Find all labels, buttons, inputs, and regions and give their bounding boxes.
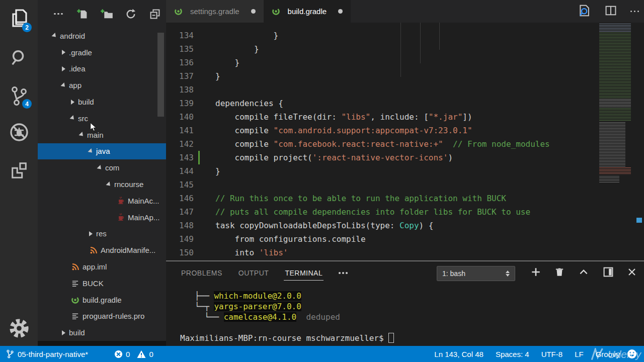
code-line-140[interactable]: 140 compile fileTree(dir: "libs", includ… <box>166 110 596 124</box>
twisty-expanded-icon[interactable] <box>69 115 75 121</box>
code-line-135[interactable]: 135 } <box>166 42 596 56</box>
code-line-137[interactable]: 137} <box>166 69 596 83</box>
tree-item-proguard-rules-pro[interactable]: proguard-rules.pro <box>38 308 166 325</box>
code-line-141[interactable]: 141 compile "com.android.support:appcomp… <box>166 124 596 137</box>
code-line-144[interactable]: 144} <box>166 164 596 178</box>
twisty-expanded-icon[interactable] <box>60 82 66 88</box>
settings-button[interactable] <box>0 311 38 346</box>
tree-item-androidmanife[interactable]: AndroidManife... <box>38 242 166 258</box>
panel-tab-output[interactable]: OUTPUT <box>237 266 270 280</box>
extensions-activity-button[interactable] <box>0 152 38 188</box>
tree-item-build-gradle[interactable]: build.gradle <box>38 292 166 308</box>
open-changes-icon[interactable] <box>577 4 591 20</box>
split-panel-icon[interactable] <box>602 266 614 280</box>
tree-item-buck[interactable]: BUCK <box>38 275 166 292</box>
modified-dot-icon[interactable] <box>251 9 256 14</box>
new-terminal-icon[interactable] <box>530 266 541 280</box>
code-token: into <box>215 248 259 257</box>
code-line-146[interactable]: 146// Run this once to be able to run th… <box>166 192 596 205</box>
status-ln-143-col-48[interactable]: Ln 143, Col 48 <box>434 350 484 358</box>
terminal-shell-select[interactable]: 1: bash <box>437 266 515 281</box>
code-text: } <box>215 42 259 56</box>
close-panel-icon[interactable] <box>627 267 637 279</box>
bottom-panel: PROBLEMSOUTPUTTERMINAL 1: bash <box>166 260 644 346</box>
code-token: "com.android.support:appcompat-v7:23.0.1… <box>274 126 472 135</box>
tree-item-gradle[interactable]: .gradle <box>38 44 166 61</box>
tree-item-android[interactable]: android <box>38 28 166 44</box>
tree-item-build[interactable]: build <box>38 324 166 341</box>
more-actions-icon[interactable] <box>52 8 65 21</box>
twisty-collapsed-icon[interactable] <box>62 66 65 71</box>
code-line-148[interactable]: 148task copyDownloadableDepsToLibs(type:… <box>166 219 596 232</box>
branch-name: 05-third-party-native* <box>18 350 88 358</box>
new-file-icon[interactable] <box>76 8 89 21</box>
code-editor[interactable]: 134 }135 }136 }137}138139dependencies {1… <box>166 23 644 260</box>
code-line-139[interactable]: 139dependencies { <box>166 97 596 110</box>
code-token: task copyDownloadableDepsToLibs(type: <box>215 221 399 230</box>
code-token: } <box>215 166 220 176</box>
status-lf[interactable]: LF <box>575 350 584 358</box>
tree-item-res[interactable]: res <box>38 226 166 242</box>
panel-more-actions-icon[interactable] <box>337 266 350 280</box>
explorer-activity-button[interactable]: 2 <box>0 1 38 36</box>
twisty-collapsed-icon[interactable] <box>62 330 65 335</box>
terminal-output[interactable]: ├── which-module@2.0.0 └─┬ yargs-parser@… <box>180 291 394 343</box>
code-line-142[interactable]: 142 compile "com.facebook.react:react-na… <box>166 137 596 151</box>
tree-item-app[interactable]: app <box>38 77 166 94</box>
search-activity-button[interactable] <box>0 40 38 75</box>
twisty-expanded-icon[interactable] <box>51 33 57 39</box>
code-line-145[interactable]: 145 <box>166 178 596 192</box>
twisty-expanded-icon[interactable] <box>78 132 85 138</box>
twisty-collapsed-icon[interactable] <box>62 50 65 55</box>
panel-tab-problems[interactable]: PROBLEMS <box>180 266 223 280</box>
editor-more-actions-icon[interactable] <box>630 11 639 13</box>
twisty-collapsed-icon[interactable] <box>71 100 74 105</box>
collapse-all-icon[interactable] <box>148 8 162 21</box>
code-line-138[interactable]: 138 <box>166 83 596 97</box>
twisty-expanded-icon[interactable] <box>88 148 94 154</box>
maximize-panel-icon[interactable] <box>578 266 590 280</box>
code-line-149[interactable]: 149 from configurations.compile <box>166 232 596 246</box>
status-utf-8[interactable]: UTF-8 <box>541 350 563 358</box>
code-line-134[interactable]: 134 } <box>166 29 596 42</box>
code-line-136[interactable]: 136 } <box>166 56 596 69</box>
tree-item-java[interactable]: java <box>38 143 166 160</box>
code-line-143[interactable]: 143 compile project(':react-native-vecto… <box>166 151 596 164</box>
code-line-150[interactable]: 150 into 'libs' <box>166 246 596 259</box>
modified-dot-icon[interactable] <box>338 9 343 14</box>
git-branch-status[interactable]: 05-third-party-native* <box>6 349 88 359</box>
code-token: "libs" <box>341 112 370 122</box>
code-text: } <box>215 56 239 69</box>
twisty-expanded-icon[interactable] <box>97 165 103 171</box>
tree-item-mainac[interactable]: MainAc... <box>38 193 166 209</box>
tab-settings-gradle[interactable]: settings.gradle <box>166 0 264 23</box>
tab-build-gradle[interactable]: build.gradle <box>264 0 351 23</box>
status-groovy[interactable]: Groovy <box>596 350 620 358</box>
split-editor-icon[interactable] <box>604 4 617 19</box>
source-control-activity-button[interactable]: 4 <box>0 78 38 114</box>
debug-activity-button[interactable] <box>0 115 38 150</box>
new-folder-icon[interactable] <box>100 8 113 21</box>
code-line-147[interactable]: 147// puts all compile dependencies into… <box>166 205 596 219</box>
minimap[interactable] <box>596 23 635 260</box>
tree-item-com[interactable]: com <box>38 159 166 176</box>
twisty-collapsed-icon[interactable] <box>89 231 93 236</box>
tree-item-app-iml[interactable]: app.iml <box>38 258 166 275</box>
tree-item-rncourse[interactable]: rncourse <box>38 176 166 193</box>
gutter-spacer <box>198 42 200 56</box>
tree-item-idea[interactable]: .idea <box>38 61 166 77</box>
twisty-expanded-icon[interactable] <box>106 182 112 188</box>
status-spaces-4[interactable]: Spaces: 4 <box>496 350 529 358</box>
feedback-smiley-icon[interactable] <box>627 349 637 359</box>
tree-item-build[interactable]: build <box>38 94 166 110</box>
tree-item-src[interactable]: src <box>38 110 166 127</box>
kill-terminal-icon[interactable] <box>554 266 565 280</box>
tree-item-mainap[interactable]: MainAp... <box>38 209 166 226</box>
problems-status[interactable]: 0 0 <box>114 350 153 358</box>
sidebar-scrollbar[interactable] <box>157 33 164 117</box>
panel-tab-terminal[interactable]: TERMINAL <box>284 266 324 281</box>
gutter-spacer <box>198 124 200 137</box>
code-token: } <box>215 58 239 67</box>
refresh-icon[interactable] <box>124 8 137 21</box>
tree-item-main[interactable]: main <box>38 127 166 143</box>
